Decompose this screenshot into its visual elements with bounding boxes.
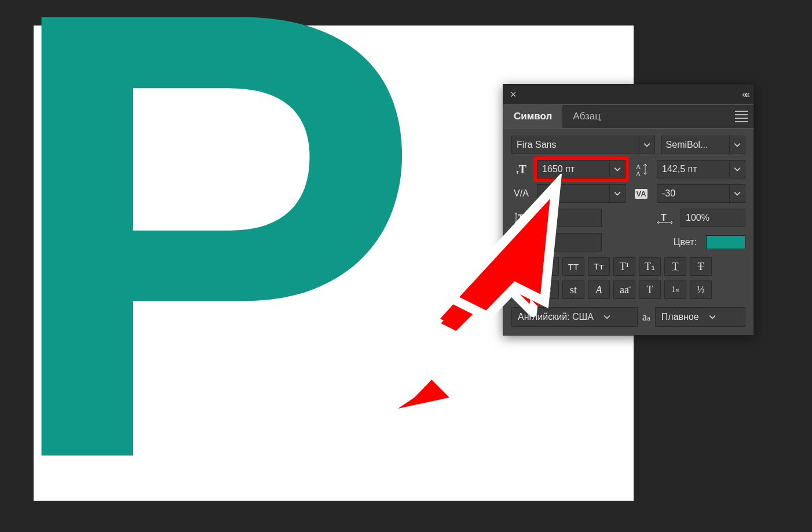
panel-tabs: Символ Абзац	[503, 105, 754, 129]
subscript-button[interactable]: T₁	[639, 257, 661, 276]
kerning-icon: V/A	[511, 185, 531, 202]
language-value: Английский: США	[512, 312, 599, 322]
canvas-glyph[interactable]: P	[0, 0, 412, 496]
faux-bold-button[interactable]: T	[511, 257, 533, 276]
horizontal-scale-value: 100%	[681, 213, 745, 223]
collapse-icon[interactable]: ««	[740, 89, 750, 100]
chevron-down-icon[interactable]	[729, 136, 745, 154]
panel-menu-icon[interactable]	[735, 111, 748, 122]
font-size-value: 1650 пт	[537, 164, 609, 174]
svg-text:T: T	[661, 213, 667, 223]
titling-alt-button[interactable]: A	[588, 280, 610, 299]
chevron-down-icon[interactable]	[639, 136, 654, 154]
ordinals-button[interactable]: 1st	[664, 280, 686, 299]
type-style-row: T T TT Tᴛ T¹ T₁ T T	[511, 257, 745, 276]
baseline-shift-icon: Aa	[511, 234, 531, 251]
font-size-field[interactable]: 1650 пт	[537, 160, 626, 178]
small-caps-button[interactable]: Tᴛ	[588, 257, 610, 276]
stylistic-alt-button[interactable]: st	[562, 280, 584, 299]
chevron-down-icon[interactable]	[729, 185, 745, 202]
font-family-value: Fira Sans	[512, 140, 639, 150]
underline-button[interactable]: T	[664, 257, 686, 276]
tabular-button[interactable]: T	[639, 280, 661, 299]
contextual-alt-button[interactable]: a→a	[613, 280, 635, 299]
tracking-value: -30	[657, 188, 729, 199]
baseline-shift-value: пт	[537, 237, 601, 247]
svg-text:T: T	[518, 213, 524, 223]
vertical-scale-field[interactable]: %	[537, 209, 602, 227]
text-color-swatch[interactable]	[706, 235, 745, 249]
ligatures-button[interactable]: fi	[511, 280, 533, 299]
tab-character[interactable]: Символ	[503, 105, 562, 128]
superscript-button[interactable]: T¹	[613, 257, 635, 276]
svg-text:A: A	[636, 163, 641, 170]
tab-paragraph[interactable]: Абзац	[562, 105, 611, 128]
horizontal-scale-field[interactable]: 100%	[681, 209, 745, 227]
tracking-icon: VA	[631, 185, 651, 202]
chevron-down-icon[interactable]	[599, 308, 615, 326]
character-panel: × «« Символ Абзац Fira Sans SemiBol... т…	[503, 84, 754, 336]
antialias-combo[interactable]: Плавное	[655, 307, 745, 327]
horizontal-scale-icon: T	[655, 209, 675, 227]
vertical-scale-icon: T	[511, 209, 531, 227]
leading-icon: AA	[631, 161, 651, 178]
color-label: Цвет:	[674, 237, 697, 247]
svg-text:A: A	[636, 170, 641, 176]
all-caps-button[interactable]: TT	[562, 257, 584, 276]
chevron-down-icon[interactable]	[705, 308, 720, 326]
font-size-icon: тT	[511, 161, 531, 178]
opentype-row: fi ℴ st A a→a T 1st ½	[511, 280, 745, 299]
kerning-field[interactable]	[537, 184, 626, 203]
close-icon[interactable]: ×	[507, 88, 520, 101]
svg-text:a: a	[521, 237, 524, 243]
vertical-scale-value: %	[537, 213, 601, 223]
leading-value: 142,5 пт	[657, 164, 729, 174]
faux-italic-button[interactable]: T	[537, 257, 559, 276]
panel-titlebar: × ««	[503, 85, 754, 105]
swash-button[interactable]: ℴ	[537, 280, 559, 299]
leading-field[interactable]: 142,5 пт	[657, 160, 745, 178]
font-style-value: SemiBol...	[661, 140, 729, 150]
strikethrough-button[interactable]: T	[690, 257, 712, 276]
fractions-button[interactable]: ½	[690, 280, 712, 299]
font-style-combo[interactable]: SemiBol...	[661, 136, 745, 154]
font-family-combo[interactable]: Fira Sans	[511, 136, 655, 154]
antialias-value: Плавное	[656, 312, 705, 322]
baseline-shift-field[interactable]: пт	[537, 233, 602, 252]
language-combo[interactable]: Английский: США	[511, 307, 638, 327]
chevron-down-icon[interactable]	[729, 161, 745, 178]
antialias-icon: aa	[642, 311, 650, 323]
chevron-down-icon[interactable]	[609, 161, 625, 178]
chevron-down-icon[interactable]	[609, 185, 625, 202]
tracking-field[interactable]: -30	[657, 184, 745, 203]
